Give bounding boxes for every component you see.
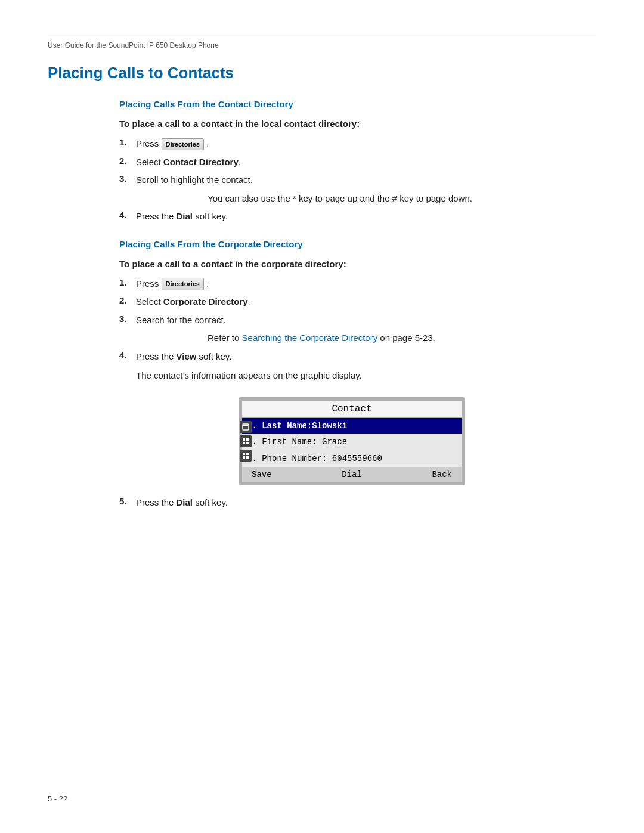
svg-rect-6: [243, 453, 245, 455]
phone-side-icons: [240, 421, 252, 462]
display-softkeys: Save Dial Back: [242, 467, 462, 482]
phone-icon-3: [240, 450, 252, 462]
softkey-dial[interactable]: Dial: [342, 470, 362, 479]
step1-local: 1. Press Directories .: [119, 137, 596, 151]
display-row-2: 2. First Name: Grace: [242, 434, 462, 451]
view-softkey-label: View: [177, 351, 197, 361]
searching-corp-dir-link[interactable]: Searching the Corporate Directory: [242, 333, 378, 343]
svg-rect-3: [246, 438, 249, 441]
svg-rect-1: [243, 425, 248, 426]
step5-corp: 5. Press the Dial soft key.: [119, 496, 596, 510]
svg-rect-8: [243, 456, 245, 459]
page-title: Placing Calls to Contacts: [48, 64, 596, 82]
phone-display-container: Contact 1. Last Name:Slowski 2. First Na…: [239, 397, 465, 486]
section2-steps: 1. Press Directories . 2. Select Corpora…: [119, 277, 596, 364]
phone-icon-1: [240, 421, 252, 433]
softkey-save[interactable]: Save: [252, 470, 272, 479]
step1-corp: 1. Press Directories .: [119, 277, 596, 291]
section1-subheading: To place a call to a contact in the loca…: [119, 119, 596, 129]
directories-button-1[interactable]: Directories: [162, 138, 204, 151]
corporate-directory-bold: Corporate Directory: [163, 296, 248, 306]
section1-steps: 1. Press Directories . 2. Select Contact…: [119, 137, 596, 224]
section2-step5: 5. Press the Dial soft key.: [119, 496, 596, 510]
svg-rect-2: [243, 438, 245, 441]
step4-local: 4. Press the Dial soft key.: [119, 210, 596, 224]
display-title: Contact: [242, 401, 462, 418]
header-line: [48, 36, 596, 36]
phone-icon-svg-1: [242, 423, 249, 431]
svg-rect-7: [246, 453, 249, 455]
step3-corp: 3. Search for the contact.: [119, 314, 596, 327]
section1-heading: Placing Calls From the Contact Directory: [119, 99, 596, 109]
phone-display-wrapper: Contact 1. Last Name:Slowski 2. First Na…: [239, 397, 596, 486]
step3-local: 3. Scroll to highlight the contact.: [119, 174, 596, 187]
contact-directory-bold: Contact Directory: [163, 157, 239, 167]
section2-subheading: To place a call to a contact in the corp…: [119, 259, 596, 269]
phone-icon-svg-3: [242, 452, 249, 459]
phone-icon-svg-2: [242, 438, 249, 445]
step2-corp: 2. Select Corporate Directory.: [119, 295, 596, 309]
step2-local: 2. Select Contact Directory.: [119, 156, 596, 169]
dial-softkey-label-1: Dial: [177, 211, 193, 221]
phone-display: Contact 1. Last Name:Slowski 2. First Na…: [239, 397, 465, 486]
display-note: The contact’s information appears on the…: [136, 369, 596, 383]
phone-icon-2: [240, 435, 252, 447]
svg-rect-9: [246, 456, 249, 459]
section-2: Placing Calls From the Corporate Directo…: [48, 239, 596, 510]
display-row-3: 3. Phone Number: 6045559660: [242, 451, 462, 467]
display-content: Contact 1. Last Name:Slowski 2. First Na…: [242, 401, 462, 482]
svg-rect-5: [246, 442, 249, 444]
header-text: User Guide for the SoundPoint IP 650 Des…: [48, 41, 596, 49]
section2-heading: Placing Calls From the Corporate Directo…: [119, 239, 596, 249]
dial-softkey-label-2: Dial: [177, 497, 193, 507]
page-number: 5 - 22: [48, 794, 67, 803]
section-1: Placing Calls From the Contact Directory…: [48, 99, 596, 224]
local-note: You can also use the * key to page up an…: [208, 192, 596, 206]
svg-rect-4: [243, 442, 245, 444]
step4-corp: 4. Press the View soft key.: [119, 350, 596, 364]
softkey-back[interactable]: Back: [432, 470, 452, 479]
display-row-1: 1. Last Name:Slowski: [242, 418, 462, 435]
directories-button-2[interactable]: Directories: [162, 278, 204, 290]
corp-note: Refer to Searching the Corporate Directo…: [208, 332, 596, 345]
